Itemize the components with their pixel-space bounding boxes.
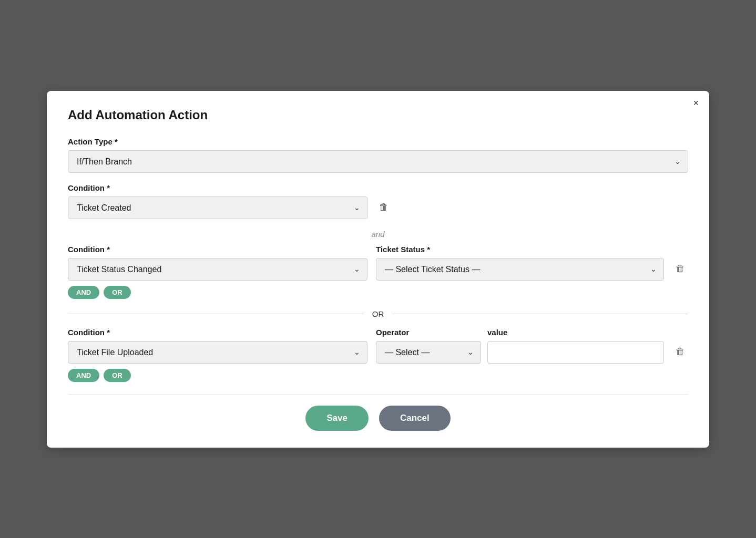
condition1-col: Condition * Ticket Created ⌄ <box>68 183 367 219</box>
cancel-button[interactable]: Cancel <box>379 406 451 431</box>
operator-select[interactable]: — Select — <box>376 341 481 364</box>
ticket-status-select-wrapper: — Select Ticket Status — ⌄ <box>376 258 664 281</box>
footer-divider <box>68 395 688 395</box>
condition3-label: Condition * <box>68 328 367 337</box>
condition3-select-wrapper: Ticket File Uploaded ⌄ <box>68 341 367 364</box>
trash-icon: 🗑 <box>379 202 389 213</box>
condition2-col: Condition * Ticket Status Changed ⌄ <box>68 245 367 281</box>
operator-select-wrapper: — Select — ⌄ <box>376 341 481 364</box>
condition2-or-button[interactable]: OR <box>104 286 131 299</box>
condition3-and-button[interactable]: AND <box>68 369 99 382</box>
operator-col: Operator — Select — ⌄ <box>376 328 481 364</box>
ticket-status-label: Ticket Status * <box>376 245 664 254</box>
footer-buttons: Save Cancel <box>68 406 688 431</box>
operator-value-group: Operator — Select — ⌄ value <box>376 328 664 364</box>
add-automation-modal: × Add Automation Action Action Type * If… <box>47 91 709 448</box>
modal-overlay: × Add Automation Action Action Type * If… <box>0 0 756 538</box>
save-button[interactable]: Save <box>305 406 369 431</box>
condition1-select[interactable]: Ticket Created <box>68 196 367 219</box>
trash-icon-2: 🗑 <box>676 263 685 274</box>
trash-icon-3: 🗑 <box>676 346 685 357</box>
condition1-select-wrapper: Ticket Created ⌄ <box>68 196 367 219</box>
condition2-row: Condition * Ticket Status Changed ⌄ Tick… <box>68 245 688 281</box>
or-divider: OR <box>68 309 688 318</box>
and-divider: and <box>68 230 688 239</box>
condition3-or-button[interactable]: OR <box>104 369 131 382</box>
ticket-status-select[interactable]: — Select Ticket Status — <box>376 258 664 281</box>
condition2-section: Condition * Ticket Status Changed ⌄ Tick… <box>68 245 688 299</box>
condition1-label: Condition * <box>68 183 367 192</box>
condition3-select[interactable]: Ticket File Uploaded <box>68 341 367 364</box>
condition2-delete-button[interactable]: 🗑 <box>672 257 688 280</box>
condition3-section: Condition * Ticket File Uploaded ⌄ Opera… <box>68 328 688 382</box>
action-type-section: Action Type * If/Then Branch ⌄ <box>68 137 688 173</box>
condition2-select[interactable]: Ticket Status Changed <box>68 258 367 281</box>
condition3-col: Condition * Ticket File Uploaded ⌄ <box>68 328 367 364</box>
condition2-label: Condition * <box>68 245 367 254</box>
close-button[interactable]: × <box>693 98 699 108</box>
condition1-section: Condition * Ticket Created ⌄ 🗑 <box>68 183 688 219</box>
action-type-select-wrapper: If/Then Branch ⌄ <box>68 150 688 173</box>
value-col: value <box>487 328 664 364</box>
condition2-select-wrapper: Ticket Status Changed ⌄ <box>68 258 367 281</box>
condition1-row: Condition * Ticket Created ⌄ 🗑 <box>68 183 688 219</box>
condition2-and-button[interactable]: AND <box>68 286 99 299</box>
value-input[interactable] <box>487 341 664 364</box>
condition3-pill-group: AND OR <box>68 369 688 382</box>
operator-label: Operator <box>376 328 481 337</box>
condition3-row: Condition * Ticket File Uploaded ⌄ Opera… <box>68 328 688 364</box>
action-type-label: Action Type * <box>68 137 688 146</box>
ticket-status-col: Ticket Status * — Select Ticket Status —… <box>376 245 664 281</box>
modal-title: Add Automation Action <box>68 108 688 122</box>
action-type-select[interactable]: If/Then Branch <box>68 150 688 173</box>
condition1-delete-button[interactable]: 🗑 <box>376 195 392 218</box>
value-label: value <box>487 328 664 337</box>
condition3-delete-button[interactable]: 🗑 <box>672 340 688 363</box>
condition2-pill-group: AND OR <box>68 286 688 299</box>
